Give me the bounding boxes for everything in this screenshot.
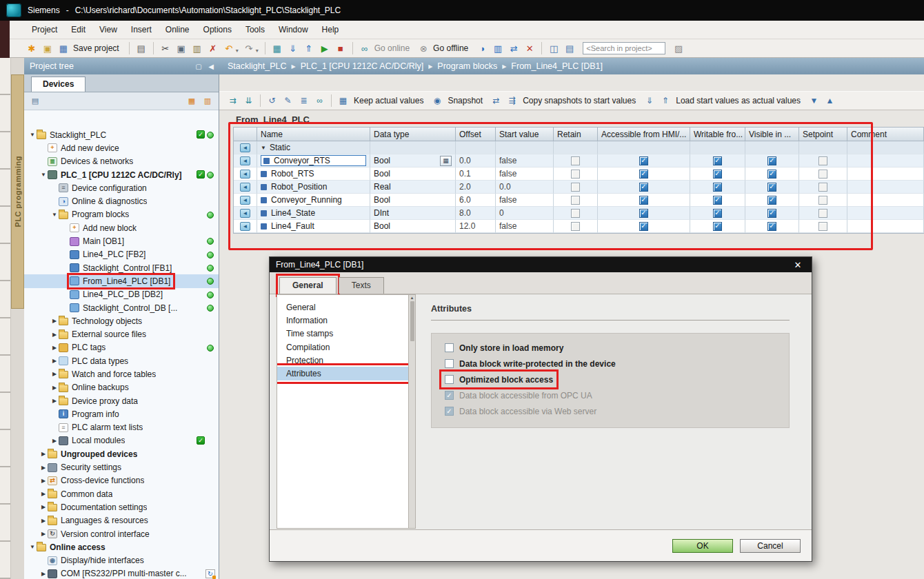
menu-online[interactable]: Online xyxy=(159,22,197,37)
tree-item-plc-alarm-text-lists[interactable]: ≡PLC alarm text lists xyxy=(24,421,219,434)
go-online-label[interactable]: Go online xyxy=(374,43,410,53)
scroll-thumb[interactable] xyxy=(410,301,414,341)
download-to-device-icon[interactable]: ⇓ xyxy=(286,41,300,55)
expand-arrow-icon[interactable]: ▶ xyxy=(50,385,59,391)
tree-item-local-modules[interactable]: ▶Local modules✓ xyxy=(24,434,219,447)
dialog-tab-texts[interactable]: Texts xyxy=(339,277,384,294)
copy-icon[interactable]: ▣ xyxy=(174,41,188,55)
tree-item-cross-device-functions[interactable]: ▶⇄Cross-device functions xyxy=(24,474,219,487)
tree-item-languages-resources[interactable]: ▶Languages & resources xyxy=(24,514,219,527)
load-start-selected-icon[interactable]: ⇓ xyxy=(643,94,656,108)
tree-item-plc-tags[interactable]: ▶PLC tags xyxy=(24,341,219,354)
dialog-nav-compilation[interactable]: Compilation xyxy=(277,341,408,354)
expand-arrow-icon[interactable]: ▶ xyxy=(39,518,48,524)
download-db-icon[interactable]: ▼ xyxy=(807,94,821,108)
collapse-arrow-icon[interactable]: ▼ xyxy=(28,544,37,550)
collapse-arrow-icon[interactable]: ▼ xyxy=(50,212,59,218)
accessible-from-hmi-checkbox[interactable] xyxy=(639,156,648,165)
breadcrumb-segment-program-blocks[interactable]: Program blocks xyxy=(437,61,497,71)
tree-item-online-diagnostics[interactable]: ◑Online & diagnostics xyxy=(24,194,219,207)
visible-in-hmi-checkbox[interactable] xyxy=(767,156,776,165)
menu-project[interactable]: Project xyxy=(25,22,64,37)
table-row-conveyor-rts[interactable]: ◄Conveyor_RTSBool▦0.0false xyxy=(234,154,924,167)
expand-arrow-icon[interactable]: ▶ xyxy=(39,491,48,497)
expand-arrow-icon[interactable]: ▶ xyxy=(50,358,59,364)
expand-arrow-icon[interactable]: ▶ xyxy=(50,332,59,338)
keep-actual-values-label[interactable]: Keep actual values xyxy=(354,96,423,105)
expand-arrow-icon[interactable]: ▶ xyxy=(50,318,59,324)
table-row-line4-state[interactable]: ◄Line4_StateDInt8.00 xyxy=(234,207,924,220)
go-offline-label[interactable]: Go offline xyxy=(433,43,468,53)
load-start-all-label[interactable]: Load start values as actual values xyxy=(676,96,801,105)
group-collapse-icon[interactable]: ▼ xyxy=(261,145,266,151)
save-project-label[interactable]: Save project xyxy=(73,43,119,53)
menu-view[interactable]: View xyxy=(92,22,124,37)
save-project-icon[interactable]: ▦ xyxy=(57,41,70,55)
tree-item-version-control-interface[interactable]: ▶↻Version control interface xyxy=(24,527,219,540)
setpoint-checkbox[interactable] xyxy=(818,222,827,231)
retain-checkbox[interactable] xyxy=(571,209,580,218)
accessible-from-hmi-checkbox[interactable] xyxy=(639,170,648,179)
tree-item-technology-objects[interactable]: ▶Technology objects xyxy=(24,314,219,327)
dialog-nav-time-stamps[interactable]: Time stamps xyxy=(277,327,408,341)
paste-icon[interactable]: ▥ xyxy=(190,41,204,55)
upload-db-icon[interactable]: ▲ xyxy=(823,94,836,108)
tab-devices[interactable]: Devices xyxy=(31,77,86,92)
expand-arrow-icon[interactable]: ▶ xyxy=(39,504,48,510)
writable-from-hmi-checkbox[interactable] xyxy=(713,170,722,179)
tree-item-display-hide-interfaces[interactable]: ◉Display/hide interfaces xyxy=(24,554,219,567)
writable-from-hmi-checkbox[interactable] xyxy=(713,196,722,205)
writable-from-hmi-checkbox[interactable] xyxy=(713,156,722,165)
copy-snapshot-all-icon[interactable]: ⇶ xyxy=(505,94,519,108)
tree-item-ungrouped-devices[interactable]: ▶Ungrouped devices xyxy=(24,447,219,460)
diagram-view-icon[interactable]: ▥ xyxy=(201,96,214,107)
setpoint-checkbox[interactable] xyxy=(818,156,827,165)
tree-item-watch-and-force-tables[interactable]: ▶Watch and force tables xyxy=(24,367,219,380)
breadcrumb-segment-from-line4-plc-db1[interactable]: From_Line4_PLC [DB1] xyxy=(511,61,603,71)
only-store-in-load-memory-checkbox[interactable] xyxy=(445,343,454,352)
tree-item-stacklight-control-fb1[interactable]: Stacklight_Control [FB1] xyxy=(24,261,219,274)
dialog-nav-protection[interactable]: Protection xyxy=(277,354,408,367)
accessible-from-hmi-checkbox[interactable] xyxy=(639,183,648,192)
remove-device-icon[interactable]: ✕ xyxy=(523,41,536,55)
copy-snapshot-selected-icon[interactable]: ⇄ xyxy=(490,94,503,108)
visible-in-hmi-checkbox[interactable] xyxy=(767,183,776,192)
setpoint-checkbox[interactable] xyxy=(818,196,827,205)
dialog-nav-information[interactable]: Information xyxy=(277,314,408,327)
auto-collapse-icon[interactable]: ▢ xyxy=(195,63,201,70)
menu-window[interactable]: Window xyxy=(272,22,315,37)
table-group-row[interactable]: ◄▼Static xyxy=(234,141,924,154)
visible-in-hmi-checkbox[interactable] xyxy=(767,170,776,179)
tree-item-security-settings[interactable]: ▶Security settings xyxy=(24,460,219,474)
retain-checkbox[interactable] xyxy=(571,196,580,205)
collapse-arrow-icon[interactable]: ▼ xyxy=(39,172,48,178)
split-editor-vertical-icon[interactable]: ◫ xyxy=(547,41,561,55)
tree-item-devices-networks[interactable]: ≣Devices & networks xyxy=(24,155,219,168)
setpoint-checkbox[interactable] xyxy=(818,170,827,179)
menu-tools[interactable]: Tools xyxy=(239,22,272,37)
menu-help[interactable]: Help xyxy=(315,22,346,37)
expand-arrow-icon[interactable]: ▶ xyxy=(39,451,48,457)
tree-item-com-rs232-ppi-multi-master-c[interactable]: ▶COM [RS232/PPI multi-master c...↻ xyxy=(24,567,219,579)
tree-item-line4-plc-db-db2[interactable]: Line4_PLC_DB [DB2] xyxy=(24,288,219,301)
tree-item-stacklight-control-db[interactable]: Stacklight_Control_DB [... xyxy=(24,301,219,314)
expand-arrow-icon[interactable]: ▶ xyxy=(50,371,59,377)
data-block-write-protected-in-the-device-checkbox[interactable] xyxy=(445,359,454,368)
table-row-conveyor-running[interactable]: ◄Conveyor_RunningBool6.0false xyxy=(234,194,924,207)
tree-item-online-backups[interactable]: ▶Online backups xyxy=(24,381,219,394)
tree-item-stacklight-plc[interactable]: ▼Stacklight_PLC✓ xyxy=(24,128,219,141)
upload-from-device-icon[interactable]: ⇑ xyxy=(302,41,316,55)
tree-item-line4-plc-fb2[interactable]: Line4_PLC [FB2] xyxy=(24,248,219,261)
compile-icon[interactable]: ▦ xyxy=(270,41,284,55)
cancel-button[interactable]: Cancel xyxy=(740,539,801,553)
setpoint-checkbox[interactable] xyxy=(818,183,827,192)
search-in-project-input[interactable] xyxy=(583,42,665,54)
tree-item-common-data[interactable]: ▶Common data xyxy=(24,487,219,500)
accessible-devices-icon[interactable]: ▥ xyxy=(491,41,505,55)
copy-snapshot-all-label[interactable]: Copy snapshots to start values xyxy=(523,96,636,105)
ok-button[interactable]: OK xyxy=(672,539,733,553)
expand-arrow-icon[interactable]: ▶ xyxy=(39,478,48,484)
expand-arrow-icon[interactable]: ▶ xyxy=(39,571,48,577)
redo-caret-icon[interactable]: ▾ xyxy=(256,48,259,54)
retain-checkbox[interactable] xyxy=(571,156,580,165)
